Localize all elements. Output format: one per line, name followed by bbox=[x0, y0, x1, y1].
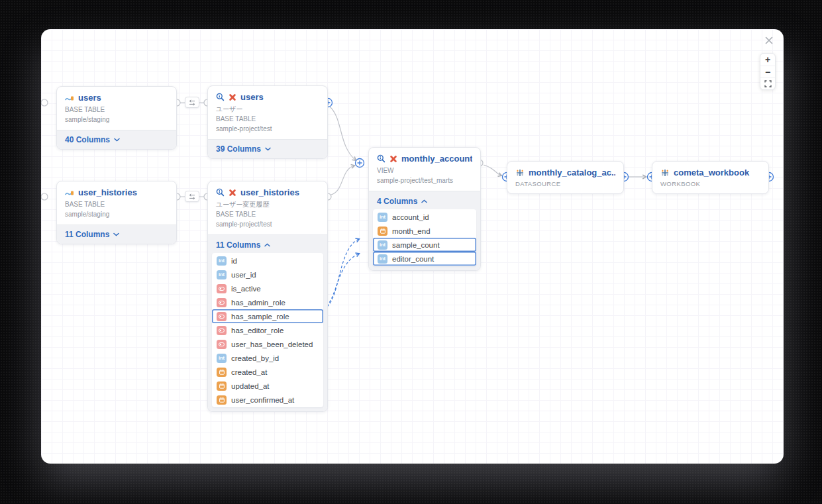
columns-toggle[interactable]: 40 Columns bbox=[57, 130, 176, 149]
column-row-id[interactable]: int id bbox=[212, 254, 323, 268]
node-title: users bbox=[240, 92, 264, 102]
column-name: user_id bbox=[231, 271, 256, 279]
int-type-icon: int bbox=[217, 256, 227, 266]
node-title: cometa_workbook bbox=[674, 168, 749, 177]
node-path: sample-project/test bbox=[216, 219, 319, 229]
datetime-type-icon bbox=[217, 395, 227, 405]
column-name: month_end bbox=[392, 227, 431, 235]
node-type: BASE TABLE bbox=[216, 114, 319, 124]
column-row-has-editor-role[interactable]: has_editor_role bbox=[212, 323, 323, 337]
boolean-type-icon bbox=[217, 326, 227, 335]
column-row-account-id[interactable]: int account_id bbox=[373, 210, 476, 224]
node-monthly-catalog-datasource[interactable]: monthly_catalog_ac... DATASOURCE bbox=[507, 161, 624, 194]
node-alias: ユーザー変更履歴 bbox=[216, 199, 319, 209]
node-title: user_histories bbox=[240, 187, 299, 197]
port-users-staging-left bbox=[41, 99, 48, 106]
node-type: BASE TABLE bbox=[65, 105, 168, 115]
column-row-sample-count[interactable]: int sample_count bbox=[373, 238, 476, 252]
column-row-has-sample-role[interactable]: has_sample_role bbox=[212, 309, 323, 323]
node-path: sample/staging bbox=[65, 115, 168, 125]
node-monthly-account[interactable]: monthly_account_u... VIEW sample-project… bbox=[368, 147, 481, 271]
column-row-is-active[interactable]: is_active bbox=[212, 281, 323, 295]
column-name: is_active bbox=[231, 285, 261, 293]
chevron-down-icon bbox=[113, 232, 119, 236]
chevron-up-icon bbox=[264, 243, 270, 247]
search-info-icon[interactable] bbox=[216, 188, 225, 197]
node-alias: ユーザー bbox=[216, 104, 319, 114]
node-title: monthly_account_u... bbox=[401, 154, 472, 164]
column-row-has-admin-role[interactable]: has_admin_role bbox=[212, 295, 323, 309]
node-user-histories-staging[interactable]: user_histories BASE TABLE sample/staging… bbox=[56, 181, 177, 244]
column-name: has_editor_role bbox=[231, 327, 283, 334]
node-type: BASE TABLE bbox=[216, 209, 319, 219]
column-list: int id int user_id is_active has_admin_r… bbox=[212, 253, 323, 407]
column-name: account_id bbox=[392, 213, 429, 221]
column-name: created_at bbox=[231, 368, 267, 376]
node-type: DATASOURCE bbox=[515, 180, 615, 187]
int-type-icon: int bbox=[217, 270, 227, 279]
boolean-type-icon bbox=[217, 298, 227, 307]
column-name: updated_at bbox=[231, 382, 270, 390]
column-row-created-at[interactable]: created_at bbox=[212, 365, 323, 379]
search-info-icon[interactable] bbox=[377, 154, 385, 163]
column-name: user_has_been_deleted bbox=[231, 340, 313, 348]
edge-users-to-monthly bbox=[330, 107, 356, 160]
datetime-type-icon bbox=[378, 227, 387, 236]
node-path: sample-project/test_marts bbox=[377, 176, 472, 185]
source-logo-icon bbox=[65, 94, 74, 101]
int-type-icon: int bbox=[378, 240, 387, 250]
node-title: users bbox=[78, 93, 101, 103]
datetime-type-icon bbox=[217, 381, 227, 391]
column-row-user-confirmed-at[interactable]: user_confirmed_at bbox=[212, 393, 323, 407]
node-user-histories-test[interactable]: user_histories ユーザー変更履歴 BASE TABLE sampl… bbox=[207, 181, 328, 412]
column-row-created-by-id[interactable]: int created_by_id bbox=[212, 351, 323, 365]
zoom-in-button[interactable]: + bbox=[760, 54, 775, 66]
column-name: user_confirmed_at bbox=[231, 396, 294, 404]
fit-view-icon bbox=[764, 80, 772, 87]
int-type-icon: int bbox=[378, 213, 387, 222]
column-row-user-id[interactable]: int user_id bbox=[212, 268, 323, 281]
close-button[interactable] bbox=[763, 34, 775, 46]
column-list: int account_id month_end int sample_coun… bbox=[373, 209, 476, 266]
dbt-error-x-icon bbox=[229, 93, 236, 101]
edge-column-has-sample-role-to-sample-count bbox=[323, 239, 359, 309]
columns-toggle[interactable]: 11 Columns bbox=[57, 225, 176, 244]
node-type: WORKBOOK bbox=[660, 180, 760, 187]
column-row-user-has-been-deleted[interactable]: user_has_been_deleted bbox=[212, 337, 323, 351]
datetime-type-icon bbox=[217, 368, 227, 377]
node-users-staging[interactable]: users BASE TABLE sample/staging 40 Colum… bbox=[56, 86, 177, 150]
zoom-out-button[interactable]: − bbox=[760, 66, 775, 77]
columns-toggle[interactable]: 11 Columns bbox=[212, 238, 323, 253]
column-name: sample_count bbox=[392, 241, 440, 249]
node-type: BASE TABLE bbox=[65, 199, 168, 209]
columns-count-label: 4 Columns bbox=[377, 197, 417, 206]
node-users-test[interactable]: users ユーザー BASE TABLE sample-project/tes… bbox=[207, 85, 328, 159]
node-cometa-workbook[interactable]: cometa_workbook WORKBOOK bbox=[652, 161, 769, 194]
columns-toggle[interactable]: 39 Columns bbox=[208, 139, 327, 158]
close-icon bbox=[764, 36, 774, 45]
dbt-error-x-icon bbox=[389, 155, 397, 163]
search-info-icon[interactable] bbox=[216, 93, 225, 101]
lineage-canvas[interactable]: users BASE TABLE sample/staging 40 Colum… bbox=[41, 29, 784, 464]
columns-count-label: 11 Columns bbox=[65, 230, 109, 239]
column-row-updated-at[interactable]: updated_at bbox=[212, 379, 323, 393]
sync-arrows-icon bbox=[188, 99, 196, 106]
column-row-month-end[interactable]: month_end bbox=[373, 224, 476, 238]
edge-user-histories-to-monthly bbox=[331, 166, 354, 195]
int-type-icon: int bbox=[378, 254, 387, 264]
int-type-icon: int bbox=[217, 354, 227, 363]
edge-monthly-to-datasource bbox=[484, 165, 501, 176]
columns-toggle[interactable]: 4 Columns bbox=[373, 195, 476, 209]
fit-view-button[interactable] bbox=[760, 77, 775, 89]
sync-transform-badge bbox=[185, 97, 199, 108]
dbt-error-x-icon bbox=[229, 189, 236, 197]
columns-count-label: 11 Columns bbox=[216, 240, 260, 250]
expand-plus-port-monthly-left[interactable] bbox=[356, 159, 364, 168]
port-user-histories-staging-left bbox=[41, 193, 48, 200]
column-row-editor-count[interactable]: int editor_count bbox=[373, 252, 476, 266]
boolean-type-icon bbox=[217, 312, 227, 321]
node-type: VIEW bbox=[377, 166, 472, 176]
source-logo-icon bbox=[65, 189, 74, 196]
columns-count-label: 39 Columns bbox=[216, 144, 261, 154]
sync-arrows-icon bbox=[188, 193, 196, 200]
